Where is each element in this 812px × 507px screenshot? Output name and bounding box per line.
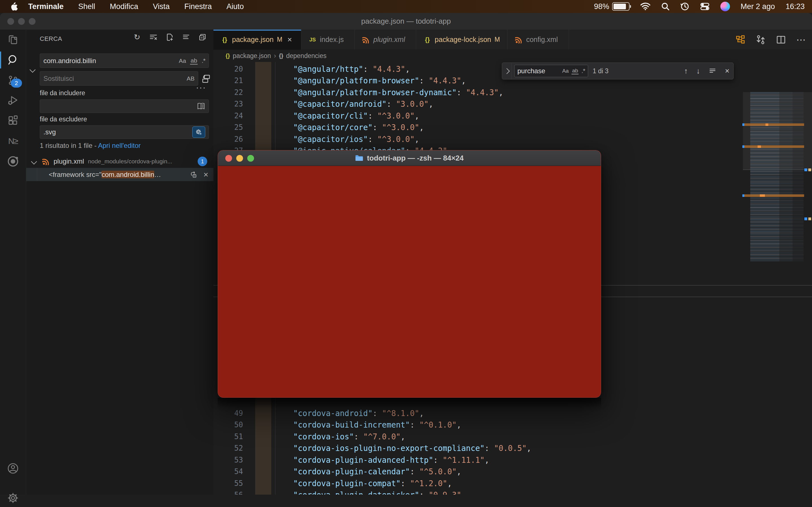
- close-window-button[interactable]: [225, 155, 232, 162]
- view-as-list-icon[interactable]: [181, 33, 191, 42]
- menu-item-window[interactable]: Finestra: [185, 2, 212, 11]
- source-control-badge: 2: [11, 78, 22, 88]
- include-files-input[interactable]: [40, 100, 209, 113]
- terminal-title-bar[interactable]: todotri-app — -zsh — 84×24: [218, 151, 601, 166]
- vscode-title-bar[interactable]: package.json — todotri-app: [0, 13, 812, 30]
- toggle-search-details-icon[interactable]: ···: [195, 86, 207, 93]
- open-editors-book-icon[interactable]: [197, 102, 205, 110]
- minimize-window-button[interactable]: [236, 155, 243, 162]
- apple-menu-icon[interactable]: [10, 2, 18, 11]
- code-line[interactable]: 53 "cordova-plugin-advanced-http""^1.11.…: [213, 454, 812, 466]
- toggle-replace-chevron[interactable]: [29, 66, 36, 73]
- minimap[interactable]: [743, 92, 804, 261]
- close-tab-icon[interactable]: [286, 36, 294, 44]
- menu-item-app[interactable]: Terminale: [28, 2, 64, 11]
- menu-item-help[interactable]: Aiuto: [226, 2, 244, 11]
- whole-word-icon[interactable]: ab: [190, 57, 198, 64]
- sidebar-item-nx-console[interactable]: N≥: [0, 131, 26, 151]
- editor-tab[interactable]: index.js: [301, 30, 355, 50]
- sidebar-item-search[interactable]: [0, 50, 26, 70]
- code-line[interactable]: 56 "cordova-plugin-datepicker""0.9.3": [213, 489, 812, 495]
- open-search-editor-icon[interactable]: [165, 33, 174, 42]
- code-line[interactable]: 52 "cordova-ios-plugin-no-export-complia…: [213, 443, 812, 454]
- line-number: 54: [213, 467, 243, 476]
- whole-word-icon[interactable]: ab: [571, 68, 578, 74]
- replace-input[interactable]: Sostituisci AB: [40, 71, 198, 86]
- code-line[interactable]: 22 "@angular/platform-browser-dynamic""4…: [213, 87, 812, 98]
- find-input[interactable]: purchase Aa ab .*: [514, 65, 588, 77]
- editor-tab[interactable]: config.xml: [507, 30, 569, 50]
- editor-tab[interactable]: package.json M: [213, 30, 301, 50]
- exclude-files-input[interactable]: .svg: [40, 125, 209, 139]
- regex-icon[interactable]: .*: [581, 67, 585, 75]
- next-match-icon[interactable]: ↓: [696, 67, 700, 75]
- search-input[interactable]: com.android.billin Aa ab .*: [40, 54, 209, 68]
- menu-item-view[interactable]: Vista: [153, 2, 170, 11]
- code-line[interactable]: 54 "cordova-plugin-calendar""^5.0.0": [213, 466, 812, 478]
- code-line[interactable]: 51 "cordova-ios""^7.0.0": [213, 431, 812, 443]
- compare-changes-icon[interactable]: [756, 35, 766, 45]
- open-in-editor-link[interactable]: Apri nell'editor: [98, 142, 141, 149]
- outline-tree-icon[interactable]: [735, 35, 746, 45]
- menu-item-edit[interactable]: Modifica: [110, 2, 139, 11]
- control-center-icon[interactable]: [700, 2, 710, 11]
- breadcrumb[interactable]: {} package.json › {} dependencies: [225, 50, 326, 62]
- preserve-case-icon[interactable]: AB: [187, 75, 195, 82]
- replace-match-icon[interactable]: b: [190, 171, 198, 179]
- accounts-icon[interactable]: [0, 458, 26, 478]
- close-window-button[interactable]: [7, 18, 14, 25]
- previous-match-icon[interactable]: ↑: [684, 67, 688, 75]
- tree-indent-guide: [37, 168, 37, 181]
- refresh-icon[interactable]: ↻: [132, 33, 142, 42]
- spotlight-search-icon[interactable]: [661, 2, 670, 11]
- sidebar-item-explorer[interactable]: [0, 30, 26, 50]
- result-file-row[interactable]: plugin.xml node_modules/cordova-plugin..…: [26, 155, 213, 168]
- code-line[interactable]: 26 "@capacitor/ios""^3.0.0": [213, 133, 812, 145]
- code-line[interactable]: 23 "@capacitor/android""3.0.0": [213, 98, 812, 110]
- split-editor-icon[interactable]: [776, 35, 786, 45]
- settings-gear-icon[interactable]: [0, 488, 26, 507]
- terminal-window[interactable]: todotri-app — -zsh — 84×24: [218, 150, 601, 398]
- code-line[interactable]: 50 "cordova-build-increment""^0.1.0": [213, 419, 812, 431]
- overview-ruler-mark: [804, 217, 807, 220]
- minimize-window-button[interactable]: [18, 18, 25, 25]
- code-line[interactable]: 24 "@capacitor/cli""^3.0.0": [213, 110, 812, 122]
- replace-all-icon[interactable]: [201, 73, 211, 83]
- code-line[interactable]: 55 "cordova-plugin-compat""^1.2.0": [213, 477, 812, 489]
- editor-tab[interactable]: plugin.xml: [355, 30, 416, 50]
- include-files-label: file da includere: [40, 89, 85, 97]
- sidebar-item-ionic[interactable]: [0, 151, 26, 172]
- code-line[interactable]: 25 "@capacitor/core""^3.0.0": [213, 122, 812, 133]
- time-machine-icon[interactable]: [680, 2, 689, 11]
- wifi-icon[interactable]: [640, 3, 651, 10]
- dismiss-match-icon[interactable]: ×: [203, 170, 208, 179]
- regex-icon[interactable]: .*: [202, 57, 205, 64]
- result-match-row[interactable]: <framework src="com.android.billin… b ×: [26, 168, 213, 181]
- editor-tab[interactable]: package-lock.json M: [416, 30, 507, 50]
- menu-item-shell[interactable]: Shell: [79, 2, 95, 11]
- siri-icon[interactable]: [720, 2, 730, 11]
- match-case-icon[interactable]: Aa: [562, 68, 569, 74]
- use-exclude-settings-toggle[interactable]: [192, 126, 205, 138]
- menu-bar-clock[interactable]: 16:23: [785, 2, 805, 11]
- sidebar-item-source-control[interactable]: 2: [0, 70, 26, 91]
- terminal-content[interactable]: [218, 166, 601, 397]
- zoom-window-button[interactable]: [247, 155, 254, 162]
- tab-bar: package.json M index.js plugin.xml: [213, 30, 812, 50]
- close-find-icon[interactable]: ×: [725, 67, 729, 75]
- code-line[interactable]: 49 "cordova-android""^8.1.0": [213, 407, 812, 419]
- collapse-all-icon[interactable]: [198, 33, 207, 42]
- more-actions-icon[interactable]: ⋯: [796, 34, 806, 45]
- toggle-replace-icon[interactable]: [502, 63, 511, 79]
- menu-bar-date[interactable]: Mer 2 ago: [741, 2, 775, 11]
- sidebar-item-extensions[interactable]: [0, 111, 26, 131]
- breadcrumb-symbol[interactable]: dependencies: [286, 52, 326, 60]
- clear-search-results-icon[interactable]: [149, 33, 158, 42]
- match-case-icon[interactable]: Aa: [179, 57, 186, 64]
- find-in-selection-icon[interactable]: [709, 67, 716, 75]
- find-widget: purchase Aa ab .* 1 di 3 ↑ ↓: [502, 62, 733, 79]
- breadcrumb-file[interactable]: package.json: [233, 52, 271, 60]
- zoom-window-button[interactable]: [29, 18, 36, 25]
- sidebar-item-run-debug[interactable]: [0, 91, 26, 111]
- battery-status[interactable]: 98%: [594, 2, 629, 11]
